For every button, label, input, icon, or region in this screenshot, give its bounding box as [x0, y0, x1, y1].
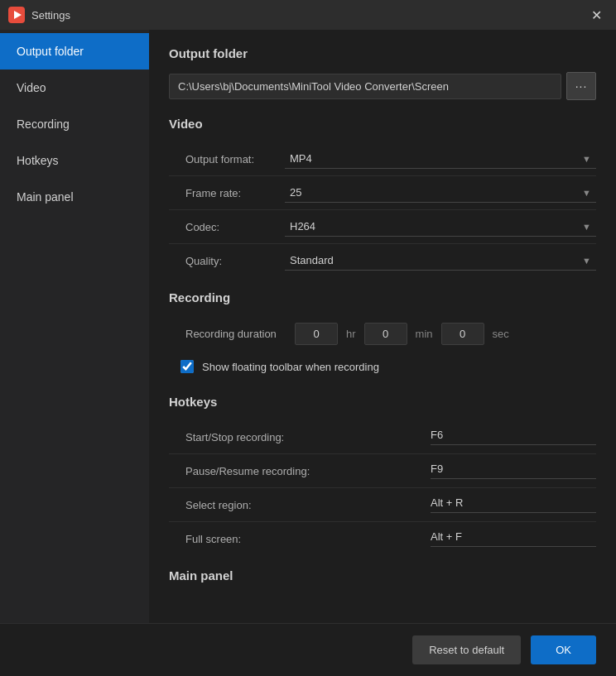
sidebar-item-main-panel[interactable]: Main panel	[0, 179, 149, 215]
folder-row: ···	[169, 72, 596, 100]
quality-row: Quality: Low Standard High Ultra ▼	[169, 244, 596, 277]
codec-label: Codec:	[169, 221, 285, 233]
select-region-label: Select region:	[185, 499, 431, 511]
recording-section: Recording Recording duration hr min sec …	[169, 290, 596, 381]
output-format-select[interactable]: MP4 AVI MKV MOV FLV	[285, 149, 596, 168]
frame-rate-select-wrapper: 15 20 25 30 60 ▼	[285, 183, 596, 203]
title-bar: Settings ✕	[0, 0, 616, 30]
codec-select-wrapper: H264 H265 VP8 VP9 ▼	[285, 217, 596, 237]
quality-select[interactable]: Low Standard High Ultra	[285, 251, 596, 270]
browse-button[interactable]: ···	[566, 72, 596, 100]
main-layout: Output folder Video Recording Hotkeys Ma…	[0, 30, 616, 623]
hr-unit: hr	[346, 328, 356, 340]
hotkeys-section: Hotkeys Start/Stop recording: F6 Pause/R…	[169, 395, 596, 555]
sidebar-item-output-folder[interactable]: Output folder	[0, 33, 149, 70]
pause-resume-row: Pause/Resume recording: F9	[169, 454, 596, 488]
app-logo	[8, 7, 25, 23]
toolbar-checkbox[interactable]	[180, 360, 194, 373]
sidebar: Output folder Video Recording Hotkeys Ma…	[0, 30, 149, 623]
close-button[interactable]: ✕	[585, 3, 608, 26]
sidebar-item-hotkeys[interactable]: Hotkeys	[0, 142, 149, 179]
hotkeys-section-title: Hotkeys	[169, 395, 596, 409]
start-stop-row: Start/Stop recording: F6	[169, 420, 596, 454]
output-folder-section-title: Output folder	[169, 46, 596, 60]
frame-rate-row: Frame rate: 15 20 25 30 60 ▼	[169, 176, 596, 210]
start-stop-value: F6	[431, 429, 596, 445]
reset-to-default-button[interactable]: Reset to default	[412, 635, 521, 664]
sidebar-item-video[interactable]: Video	[0, 70, 149, 106]
duration-label: Recording duration	[185, 328, 285, 340]
video-section: Video Output format: MP4 AVI MKV MOV FLV…	[169, 117, 596, 277]
content-area: Output folder ··· Video Output format: M…	[149, 30, 616, 623]
toolbar-checkbox-row: Show floating toolbar when recording	[169, 352, 596, 381]
start-stop-label: Start/Stop recording:	[185, 431, 431, 443]
codec-select[interactable]: H264 H265 VP8 VP9	[285, 217, 596, 236]
sec-unit: sec	[493, 328, 509, 340]
frame-rate-select[interactable]: 15 20 25 30 60	[285, 183, 596, 202]
ok-button[interactable]: OK	[531, 635, 596, 664]
duration-sec-input[interactable]	[441, 323, 484, 345]
min-unit: min	[416, 328, 433, 340]
full-screen-row: Full screen: Alt + F	[169, 522, 596, 555]
folder-path-input[interactable]	[169, 74, 561, 99]
select-region-row: Select region: Alt + R	[169, 488, 596, 522]
main-panel-preview-title: Main panel	[169, 568, 596, 592]
output-format-label: Output format:	[169, 153, 285, 165]
select-region-value: Alt + R	[431, 496, 596, 513]
full-screen-label: Full screen:	[185, 533, 431, 545]
toolbar-checkbox-label: Show floating toolbar when recording	[202, 361, 379, 373]
full-screen-value: Alt + F	[431, 530, 596, 547]
frame-rate-label: Frame rate:	[169, 187, 285, 199]
recording-section-title: Recording	[169, 290, 596, 304]
duration-row: Recording duration hr min sec	[169, 316, 596, 352]
output-format-row: Output format: MP4 AVI MKV MOV FLV ▼	[169, 142, 596, 176]
bottom-bar: Reset to default OK	[0, 623, 616, 676]
pause-resume-value: F9	[431, 463, 596, 479]
codec-row: Codec: H264 H265 VP8 VP9 ▼	[169, 210, 596, 244]
quality-select-wrapper: Low Standard High Ultra ▼	[285, 251, 596, 271]
duration-min-input[interactable]	[364, 323, 407, 345]
sidebar-item-recording[interactable]: Recording	[0, 106, 149, 142]
quality-label: Quality:	[169, 255, 285, 267]
video-section-title: Video	[169, 117, 596, 131]
output-format-select-wrapper: MP4 AVI MKV MOV FLV ▼	[285, 149, 596, 169]
window-title: Settings	[31, 9, 585, 22]
duration-hr-input[interactable]	[295, 323, 338, 345]
pause-resume-label: Pause/Resume recording:	[185, 465, 431, 477]
